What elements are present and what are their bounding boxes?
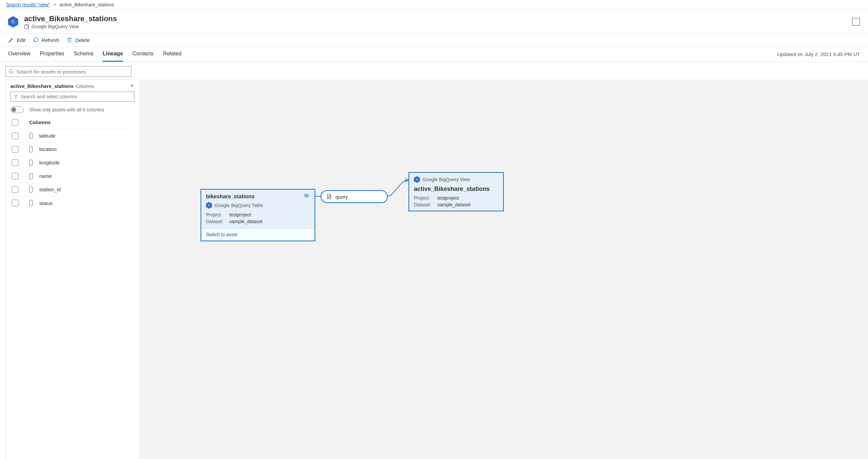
column-row[interactable]: latitude — [10, 129, 134, 143]
svg-line-8 — [209, 206, 210, 206]
source-node-type: Google BigQuery Table — [215, 203, 263, 208]
edit-button[interactable]: Edit — [8, 37, 26, 43]
column-checkbox[interactable] — [12, 173, 19, 180]
connector-arrow — [387, 176, 410, 199]
refresh-icon — [33, 37, 39, 43]
svg-line-5 — [12, 72, 13, 73]
column-name: latitude — [39, 133, 55, 139]
column-checkbox[interactable] — [12, 159, 19, 166]
breadcrumb: Search results "view" > active_Bikeshare… — [0, 0, 868, 10]
columns-list: Columns latitude location longitude name — [6, 116, 139, 210]
asset-header: active_Bikeshare_stations Google BigQuer… — [0, 10, 868, 34]
svg-rect-3 — [25, 25, 28, 29]
tab-lineage[interactable]: Lineage — [103, 47, 123, 62]
svg-point-11 — [416, 179, 417, 180]
asset-search-input[interactable] — [17, 69, 128, 74]
svg-point-7 — [208, 205, 210, 206]
panel-subtitle: Columns — [75, 84, 94, 89]
lineage-source-node[interactable]: bikeshare_stations Google BigQuery Table… — [200, 189, 315, 241]
svg-point-6 — [306, 195, 307, 196]
svg-point-0 — [12, 21, 14, 23]
panel-title: active_Bikeshare_stations — [10, 83, 73, 89]
columns-select-all-checkbox[interactable] — [12, 119, 19, 126]
asset-search-box[interactable] — [5, 66, 131, 77]
project-value: testproject — [437, 195, 459, 201]
tab-schema[interactable]: Schema — [74, 47, 94, 62]
column-icon — [29, 187, 33, 192]
target-node-title: active_Bikeshare_stations — [414, 186, 490, 192]
column-checkbox[interactable] — [12, 200, 19, 206]
project-label: Project: — [206, 212, 229, 217]
svg-line-12 — [417, 180, 418, 181]
lineage-target-node[interactable]: Google BigQuery View active_Bikeshare_st… — [408, 172, 504, 211]
delete-button[interactable]: Delete — [66, 37, 90, 43]
column-name: longitude — [39, 160, 60, 165]
column-name: location — [39, 146, 57, 152]
bigquery-icon — [206, 202, 212, 209]
column-name: name — [39, 173, 52, 179]
svg-point-4 — [9, 70, 12, 73]
action-bar: Edit Refresh Delete — [0, 34, 868, 47]
column-icon — [29, 160, 33, 166]
columns-panel: active_Bikeshare_stations Columns Show o… — [5, 80, 140, 459]
tab-properties[interactable]: Properties — [40, 47, 64, 62]
document-icon — [326, 193, 332, 200]
dataset-label: Dataset: — [414, 202, 437, 207]
column-row[interactable]: status — [10, 196, 134, 210]
svg-line-1 — [14, 23, 15, 24]
project-label: Project: — [414, 195, 437, 201]
asset-type-icon — [7, 16, 19, 28]
chevron-left-double-icon — [130, 83, 134, 88]
breadcrumb-current: active_Bikeshare_stations — [60, 2, 114, 7]
column-icon — [29, 173, 33, 179]
asset-type-label: Google BigQuery View — [32, 24, 79, 29]
refresh-button[interactable]: Refresh — [33, 37, 59, 43]
column-icon — [29, 133, 33, 139]
switch-to-asset-link[interactable]: Switch to asset — [206, 232, 238, 237]
asset-title: active_Bikeshare_stations — [24, 14, 117, 23]
column-row[interactable]: longitude — [10, 156, 134, 170]
column-search-box[interactable] — [10, 92, 134, 102]
column-checkbox[interactable] — [12, 132, 19, 139]
column-row[interactable]: station_id — [10, 183, 134, 196]
bigquery-icon — [414, 176, 420, 183]
target-node-type: Google BigQuery View — [423, 177, 470, 182]
show-only-toggle[interactable] — [10, 106, 24, 113]
column-checkbox[interactable] — [12, 146, 19, 153]
lineage-canvas[interactable]: bikeshare_stations Google BigQuery Table… — [140, 80, 868, 459]
column-name: station_id — [39, 187, 61, 192]
column-search-input[interactable] — [21, 94, 131, 99]
pencil-icon — [8, 37, 14, 43]
process-label: query — [335, 194, 348, 200]
tab-overview[interactable]: Overview — [8, 47, 31, 62]
collapse-panel-button[interactable] — [130, 83, 134, 89]
column-icon — [29, 200, 33, 206]
lineage-process-node[interactable]: query — [321, 190, 388, 203]
column-checkbox[interactable] — [12, 186, 19, 193]
dataset-label: Dataset: — [206, 219, 229, 224]
toggle-label: Show only assets with all 0 columns — [29, 107, 104, 113]
breadcrumb-back-link[interactable]: Search results "view" — [6, 2, 50, 7]
dataset-value: sample_dataset — [229, 219, 262, 224]
dataset-value: sample_dataset — [437, 202, 470, 207]
filter-icon — [13, 94, 18, 99]
project-value: testproject — [229, 212, 251, 217]
column-row[interactable]: name — [10, 170, 134, 183]
maximize-button[interactable] — [852, 18, 860, 26]
eye-icon[interactable] — [303, 193, 310, 200]
column-icon — [29, 146, 33, 152]
source-node-title: bikeshare_stations — [206, 193, 254, 200]
search-icon — [8, 69, 14, 74]
tabs: Overview Properties Schema Lineage Conta… — [0, 47, 868, 62]
breadcrumb-separator: > — [53, 2, 56, 7]
updated-timestamp: Updated on July 2, 2021 4:45 PM UT — [777, 47, 860, 61]
tab-related[interactable]: Related — [163, 47, 181, 62]
trash-icon — [66, 37, 72, 43]
column-row[interactable]: location — [10, 143, 134, 156]
columns-header-label: Columns — [29, 119, 51, 125]
view-icon — [24, 24, 30, 29]
column-name: status — [39, 200, 53, 206]
tab-contacts[interactable]: Contacts — [132, 47, 154, 62]
